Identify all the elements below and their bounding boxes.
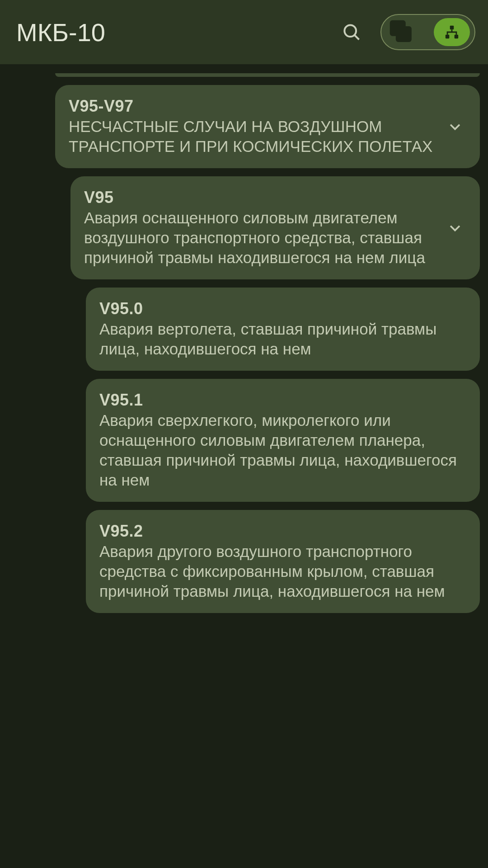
category-code: V95.2 bbox=[99, 522, 466, 541]
list-view-option[interactable] bbox=[386, 19, 418, 46]
search-icon bbox=[342, 22, 361, 42]
category-card[interactable]: V95.2 Авария другого воздушного транспор… bbox=[86, 510, 480, 613]
card-text: V95-V97 НЕСЧАСТНЫЕ СЛУЧАИ НА ВОЗДУШНОМ Т… bbox=[69, 97, 436, 156]
category-desc: Авария другого воздушного транспортного … bbox=[99, 542, 466, 601]
category-desc: Авария оснащенного силовым двигателем во… bbox=[84, 208, 436, 268]
copy-stack-icon bbox=[386, 16, 418, 48]
category-code: V95.0 bbox=[99, 299, 466, 318]
svg-point-0 bbox=[344, 25, 356, 37]
header: МКБ-10 bbox=[0, 0, 488, 64]
search-button[interactable] bbox=[338, 19, 365, 46]
category-card[interactable]: V95.0 Авария вертолета, ставшая причиной… bbox=[86, 288, 480, 371]
svg-line-1 bbox=[354, 35, 359, 39]
category-desc: Авария сверхлегкого, микролегкого или ос… bbox=[99, 410, 466, 490]
category-card[interactable]: V95.1 Авария сверхлегкого, микролегкого … bbox=[86, 379, 480, 502]
svg-rect-6 bbox=[455, 35, 459, 39]
category-code: V95 bbox=[84, 188, 436, 207]
svg-rect-3 bbox=[396, 26, 412, 42]
previous-card-edge bbox=[55, 73, 480, 77]
content: V95-V97 НЕСЧАСТНЫЕ СЛУЧАИ НА ВОЗДУШНОМ Т… bbox=[0, 64, 488, 613]
card-text: V95.0 Авария вертолета, ставшая причиной… bbox=[99, 299, 466, 359]
card-text: V95.1 Авария сверхлегкого, микролегкого … bbox=[99, 391, 466, 490]
card-text: V95 Авария оснащенного силовым двигателе… bbox=[84, 188, 436, 268]
svg-rect-4 bbox=[450, 26, 454, 30]
category-code: V95-V97 bbox=[69, 97, 436, 116]
category-desc: Авария вертолета, ставшая причиной травм… bbox=[99, 319, 466, 359]
card-text: V95.2 Авария другого воздушного транспор… bbox=[99, 522, 466, 601]
expand-toggle[interactable] bbox=[444, 115, 466, 138]
svg-rect-5 bbox=[446, 35, 450, 39]
chevron-down-icon bbox=[447, 220, 463, 236]
category-desc: НЕСЧАСТНЫЕ СЛУЧАИ НА ВОЗДУШНОМ ТРАНСПОРТ… bbox=[69, 117, 436, 156]
category-card[interactable]: V95-V97 НЕСЧАСТНЫЕ СЛУЧАИ НА ВОЗДУШНОМ Т… bbox=[55, 85, 480, 168]
tree-view-option[interactable] bbox=[434, 18, 470, 46]
expand-toggle[interactable] bbox=[444, 217, 466, 239]
page-title: МКБ-10 bbox=[16, 18, 338, 47]
category-card[interactable]: V95 Авария оснащенного силовым двигателе… bbox=[70, 176, 480, 279]
category-code: V95.1 bbox=[99, 391, 466, 410]
view-toggle[interactable] bbox=[380, 14, 475, 50]
chevron-down-icon bbox=[447, 119, 463, 134]
hierarchy-icon bbox=[444, 24, 460, 40]
